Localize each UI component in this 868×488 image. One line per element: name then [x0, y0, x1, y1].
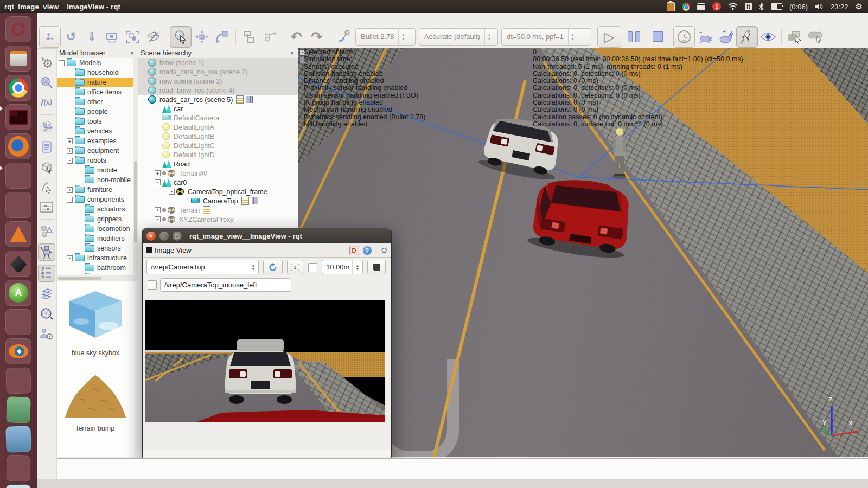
- scene-selector-icon[interactable]: [805, 27, 826, 47]
- pause-button[interactable]: [621, 27, 646, 47]
- menu-item[interactable]: [93, 13, 107, 25]
- model-thumbnail[interactable]: terrain bump: [57, 357, 134, 432]
- launcher-item[interactable]: [5, 192, 31, 218]
- play-button[interactable]: ▷: [597, 26, 621, 48]
- topic-select[interactable]: /vrep/CameraTop ▲▼: [146, 260, 259, 274]
- video-recorder-icon[interactable]: [39, 306, 55, 322]
- stop-button[interactable]: [646, 27, 669, 47]
- menu-item[interactable]: [79, 13, 93, 25]
- red-car[interactable]: [525, 177, 639, 258]
- window-stack-icon[interactable]: [5, 426, 31, 453]
- launcher-item[interactable]: [5, 280, 31, 306]
- model-folder-row[interactable]: non-mobile: [57, 175, 134, 185]
- session-gear-icon[interactable]: ⚙: [856, 2, 863, 11]
- menu-item[interactable]: [107, 13, 122, 25]
- launcher-item[interactable]: [5, 309, 31, 335]
- model-folder-row[interactable]: other: [57, 97, 134, 107]
- hierarchy-row[interactable]: + Terrain#0: [138, 169, 298, 178]
- page-selector-icon[interactable]: [784, 27, 805, 47]
- object-translate-icon[interactable]: [192, 27, 212, 47]
- expander-icon[interactable]: +: [155, 207, 161, 213]
- hierarchy-row[interactable]: - car0: [138, 178, 298, 187]
- camera-image[interactable]: [145, 300, 385, 422]
- expander-icon[interactable]: -: [67, 255, 73, 261]
- simulation-settings-icon[interactable]: [39, 54, 55, 70]
- object-rotate-icon[interactable]: [212, 27, 233, 47]
- hierarchy-row[interactable]: DefaultLightC: [138, 141, 298, 150]
- expander-icon[interactable]: -: [169, 189, 175, 195]
- model-folder-row[interactable]: nature: [57, 78, 134, 87]
- dynamic-range-checkbox[interactable]: [308, 263, 317, 272]
- scene-hierarchy-toggle[interactable]: [38, 265, 55, 282]
- window-stack-icon[interactable]: [6, 485, 31, 488]
- expander-icon[interactable]: +: [67, 138, 73, 144]
- faster-rabbit-icon[interactable]: +: [716, 27, 736, 47]
- model-folder-row[interactable]: bathroom: [57, 263, 134, 273]
- launcher-item[interactable]: [5, 75, 31, 101]
- camera-angle-icon[interactable]: [102, 27, 123, 47]
- collections-icon[interactable]: [39, 119, 55, 135]
- threaded-rendering-icon[interactable]: [736, 26, 758, 48]
- slower-turtle-icon[interactable]: −: [695, 27, 716, 47]
- expander-icon[interactable]: -: [59, 60, 65, 66]
- camera-pan-icon[interactable]: ↔↕: [39, 26, 61, 48]
- list-icon[interactable]: [697, 2, 705, 11]
- launcher-item[interactable]: [5, 16, 31, 42]
- maximize-icon[interactable]: ▢: [173, 232, 182, 241]
- expander-icon[interactable]: -: [67, 158, 73, 164]
- expander-icon[interactable]: +: [155, 170, 161, 176]
- expander-icon[interactable]: -: [155, 216, 161, 222]
- shape-edit-icon[interactable]: [39, 159, 55, 175]
- hierarchy-row[interactable]: - XYZCameraProxy: [138, 215, 298, 224]
- hierarchy-row[interactable]: DefaultLightB: [138, 132, 298, 141]
- launcher-item[interactable]: [5, 221, 31, 247]
- model-folder-row[interactable]: people: [57, 107, 134, 117]
- model-folder-row[interactable]: locomotion: [57, 224, 134, 234]
- transfer-dna-icon[interactable]: [259, 27, 280, 47]
- model-folder-row[interactable]: office items: [57, 87, 134, 97]
- hierarchy-row[interactable]: roads_car_ros (scene 5): [138, 95, 298, 104]
- model-folder-row[interactable]: sensors: [57, 243, 134, 253]
- launcher-item[interactable]: [5, 338, 31, 364]
- chrome-tray-icon[interactable]: [682, 2, 690, 11]
- tree-vertical-scrollbar[interactable]: [133, 58, 138, 274]
- accuracy-select[interactable]: Accurate (default)▲▼: [419, 28, 498, 46]
- launcher-item[interactable]: [5, 251, 31, 277]
- launcher-item[interactable]: [5, 104, 31, 130]
- minimize-icon[interactable]: −: [159, 232, 169, 241]
- menu-item[interactable]: [51, 13, 65, 25]
- model-folder-row[interactable]: [57, 273, 134, 274]
- hierarchy-row[interactable]: new scene (scene 3): [138, 76, 298, 86]
- refresh-topics-button[interactable]: [263, 260, 283, 274]
- expander-icon[interactable]: +: [67, 148, 73, 154]
- pedestrian[interactable]: [609, 127, 631, 179]
- help-icon[interactable]: ?: [363, 246, 372, 255]
- customization-badge-icon[interactable]: [252, 197, 259, 204]
- custom-ui-icon[interactable]: [39, 199, 55, 215]
- menu-item[interactable]: [136, 13, 150, 25]
- timestep-select[interactable]: dt=50.0 ms, ppf=1▲▼: [501, 28, 591, 46]
- model-folder-row[interactable]: - infrastructure: [57, 253, 134, 263]
- window-stack-icon[interactable]: [6, 455, 31, 482]
- launcher-item[interactable]: [5, 133, 31, 159]
- user-settings-icon[interactable]: [39, 326, 55, 342]
- expander-icon[interactable]: -: [155, 179, 161, 185]
- rqt-titlebar[interactable]: ✕ − ▢ rqt_image_view__ImageView - rqt: [143, 228, 391, 243]
- model-folder-row[interactable]: mobile: [57, 165, 134, 175]
- object-select-icon[interactable]: [170, 26, 192, 48]
- close-icon[interactable]: ✕: [146, 232, 156, 241]
- hierarchy-row[interactable]: bmw (scene 1): [138, 58, 298, 67]
- wifi-icon[interactable]: [728, 2, 738, 11]
- model-folder-row[interactable]: - components: [57, 195, 134, 204]
- menu-item[interactable]: [150, 13, 164, 25]
- scripts-icon[interactable]: [39, 139, 55, 155]
- menu-item[interactable]: [65, 13, 79, 25]
- model-folder-row[interactable]: + furniture: [57, 185, 134, 195]
- camera-zoom-icon[interactable]: ⇓: [81, 27, 102, 47]
- clipboard-icon[interactable]: [667, 2, 675, 11]
- redo-icon[interactable]: ↷: [307, 27, 327, 47]
- screenshot-button[interactable]: [367, 260, 386, 274]
- fit-to-view-icon[interactable]: [123, 27, 143, 47]
- script-badge-icon[interactable]: [241, 197, 249, 205]
- hierarchy-row[interactable]: road_bmw_ros (scene 4): [138, 86, 298, 95]
